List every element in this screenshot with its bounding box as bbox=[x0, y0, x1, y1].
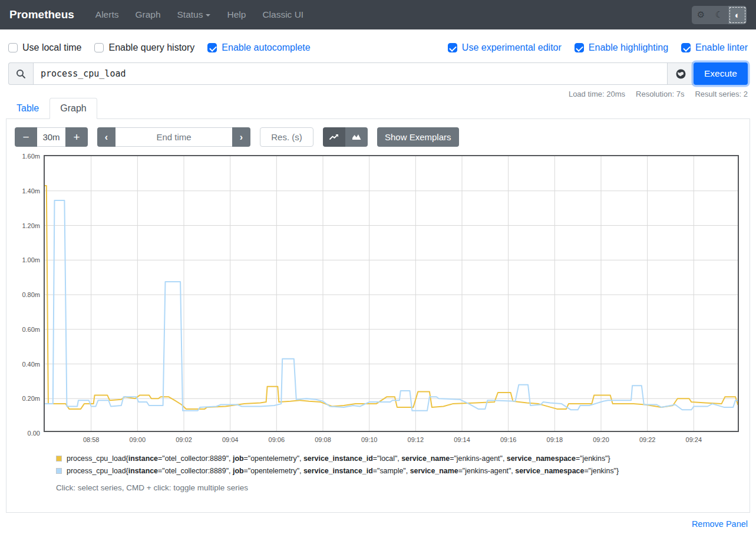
checked-checkbox-icon[interactable] bbox=[207, 43, 217, 52]
y-tick-label: 0.60m bbox=[13, 326, 40, 333]
y-tick-label: 0.00 bbox=[13, 430, 40, 437]
chart-area: 08:5809:0009:0209:0409:0609:0809:1009:12… bbox=[13, 155, 739, 445]
y-tick-label: 1.00m bbox=[13, 256, 40, 263]
legend-series-label: process_cpu_load{instance="otel_collecto… bbox=[67, 454, 610, 463]
x-tick-label: 09:06 bbox=[269, 436, 285, 443]
checkbox-enable-query-history[interactable]: Enable query history bbox=[94, 42, 194, 53]
show-exemplars-button[interactable]: Show Exemplars bbox=[377, 127, 459, 147]
navbar: Prometheus AlertsGraphStatusHelpClassic … bbox=[0, 0, 756, 29]
x-tick-label: 09:10 bbox=[361, 436, 378, 443]
execute-button[interactable]: Execute bbox=[694, 62, 748, 85]
y-tick-label: 1.60m bbox=[13, 153, 40, 160]
x-tick-label: 09:04 bbox=[222, 436, 239, 443]
unchecked-checkbox-icon[interactable] bbox=[8, 43, 18, 52]
range-control: − + bbox=[15, 127, 88, 147]
nav-item-status[interactable]: Status bbox=[169, 5, 219, 25]
checkbox-label: Use local time bbox=[22, 42, 81, 53]
chevron-left-icon: ‹ bbox=[105, 132, 108, 143]
series-line-sample bbox=[45, 200, 739, 411]
checkbox-label: Use experimental editor bbox=[462, 42, 562, 53]
minus-icon: − bbox=[22, 131, 29, 144]
y-tick-label: 1.40m bbox=[13, 187, 40, 195]
checked-checkbox-icon[interactable] bbox=[448, 43, 457, 52]
chevron-right-icon: › bbox=[240, 132, 243, 143]
checked-checkbox-icon[interactable] bbox=[681, 43, 691, 52]
legend-swatch bbox=[56, 468, 62, 474]
nav-menu: AlertsGraphStatusHelpClassic UI bbox=[87, 5, 312, 25]
y-tick-label: 1.20m bbox=[13, 222, 40, 229]
x-tick-label: 09:18 bbox=[547, 436, 563, 443]
checkbox-label: Enable query history bbox=[108, 42, 194, 53]
options-left-group: Use local timeEnable query historyEnable… bbox=[8, 42, 311, 53]
line-chart-icon bbox=[329, 133, 339, 141]
result-series: Result series: 2 bbox=[695, 90, 748, 98]
graph-panel: − + ‹ › bbox=[6, 119, 750, 513]
legend-series-label: process_cpu_load{instance="otel_collecto… bbox=[67, 467, 619, 475]
query-expression-input[interactable] bbox=[33, 62, 668, 85]
increase-range-button[interactable]: + bbox=[65, 127, 88, 147]
y-tick-label: 0.40m bbox=[13, 361, 40, 368]
y-tick-label: 0.80m bbox=[13, 291, 40, 298]
query-stats: Load time: 20ms Resolution: 7s Result se… bbox=[569, 90, 748, 98]
x-tick-label: 09:14 bbox=[454, 436, 470, 443]
x-tick-label: 09:00 bbox=[130, 436, 146, 443]
moon-icon: ☾ bbox=[715, 9, 723, 20]
query-row: Execute bbox=[8, 62, 748, 85]
nav-item-alerts[interactable]: Alerts bbox=[87, 5, 127, 25]
x-tick-label: 08:58 bbox=[83, 436, 100, 443]
x-tick-label: 09:16 bbox=[500, 436, 517, 443]
auto-theme-button[interactable]: ◐ bbox=[728, 6, 747, 24]
half-circle-icon: ◐ bbox=[735, 10, 740, 20]
time-forward-button[interactable]: › bbox=[232, 127, 250, 147]
legend: process_cpu_load{instance="otel_collecto… bbox=[56, 454, 750, 475]
checkbox-enable-autocomplete[interactable]: Enable autocomplete bbox=[207, 42, 310, 53]
graph-plot[interactable] bbox=[44, 155, 739, 432]
resolution-input[interactable] bbox=[260, 127, 313, 147]
legend-item[interactable]: process_cpu_load{instance="otel_collecto… bbox=[56, 467, 750, 475]
area-chart-icon bbox=[352, 133, 362, 141]
remove-panel-link[interactable]: Remove Panel bbox=[692, 519, 748, 529]
graph-toolbar: − + ‹ › bbox=[13, 127, 750, 151]
checkbox-enable-highlighting[interactable]: Enable highlighting bbox=[575, 42, 668, 53]
chevron-down-icon bbox=[206, 14, 210, 17]
range-input[interactable] bbox=[37, 127, 65, 147]
options-row: Use local timeEnable query historyEnable… bbox=[0, 29, 756, 61]
prometheus-brand[interactable]: Prometheus bbox=[9, 8, 74, 21]
checkbox-label: Enable autocomplete bbox=[222, 42, 310, 53]
dark-theme-button[interactable]: ☾ bbox=[710, 6, 728, 24]
load-time: Load time: 20ms bbox=[569, 90, 625, 98]
tab-graph[interactable]: Graph bbox=[49, 98, 97, 119]
nav-item-help[interactable]: Help bbox=[219, 5, 254, 25]
unchecked-checkbox-icon[interactable] bbox=[94, 43, 104, 52]
chart-type-toggle bbox=[323, 127, 368, 147]
nav-item-classic-ui[interactable]: Classic UI bbox=[254, 5, 312, 25]
light-theme-button[interactable]: ⚙ bbox=[692, 6, 710, 24]
decrease-range-button[interactable]: − bbox=[15, 127, 37, 147]
x-tick-label: 09:24 bbox=[686, 436, 702, 443]
globe-icon bbox=[675, 68, 686, 80]
stacked-chart-toggle-button[interactable] bbox=[345, 127, 368, 147]
resolution: Resolution: 7s bbox=[636, 90, 684, 98]
end-time-input[interactable] bbox=[115, 127, 232, 147]
tab-zone: Load time: 20ms Resolution: 7s Result se… bbox=[6, 91, 750, 119]
checkbox-use-local-time[interactable]: Use local time bbox=[8, 42, 81, 53]
legend-item[interactable]: process_cpu_load{instance="otel_collecto… bbox=[56, 454, 750, 463]
checked-checkbox-icon[interactable] bbox=[575, 43, 584, 52]
series-line-local bbox=[45, 186, 739, 409]
checkbox-enable-linter[interactable]: Enable linter bbox=[681, 42, 748, 53]
search-addon bbox=[8, 62, 33, 85]
legend-hint: Click: select series, CMD + click: toggl… bbox=[56, 483, 750, 492]
checkbox-label: Enable highlighting bbox=[589, 42, 668, 53]
y-tick-label: 0.20m bbox=[13, 395, 40, 402]
x-axis-labels: 08:5809:0009:0209:0409:0609:0809:1009:12… bbox=[44, 432, 739, 445]
remove-panel-row: Remove Panel bbox=[0, 519, 748, 529]
line-chart-toggle-button[interactable] bbox=[323, 127, 345, 147]
checkbox-use-experimental-editor[interactable]: Use experimental editor bbox=[448, 42, 562, 53]
end-time-control: ‹ › bbox=[97, 127, 250, 147]
time-back-button[interactable]: ‹ bbox=[97, 127, 115, 147]
legend-swatch bbox=[56, 456, 62, 462]
search-icon bbox=[16, 69, 26, 79]
nav-item-graph[interactable]: Graph bbox=[127, 5, 169, 25]
metrics-explorer-addon[interactable] bbox=[668, 62, 694, 85]
tab-table[interactable]: Table bbox=[6, 98, 49, 119]
